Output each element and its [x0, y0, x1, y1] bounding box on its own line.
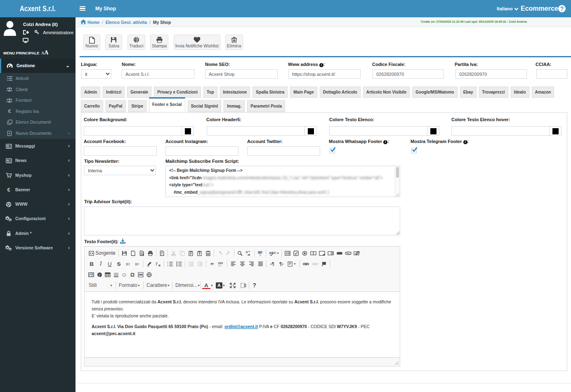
svg-text:2: 2: [167, 264, 168, 267]
svg-text:T: T: [155, 261, 158, 266]
svg-text:a: a: [248, 253, 250, 256]
svg-text:b: b: [246, 251, 248, 254]
svg-text:DIV: DIV: [218, 262, 223, 265]
svg-text:2: 2: [260, 254, 261, 256]
svg-text:1: 1: [167, 261, 168, 264]
